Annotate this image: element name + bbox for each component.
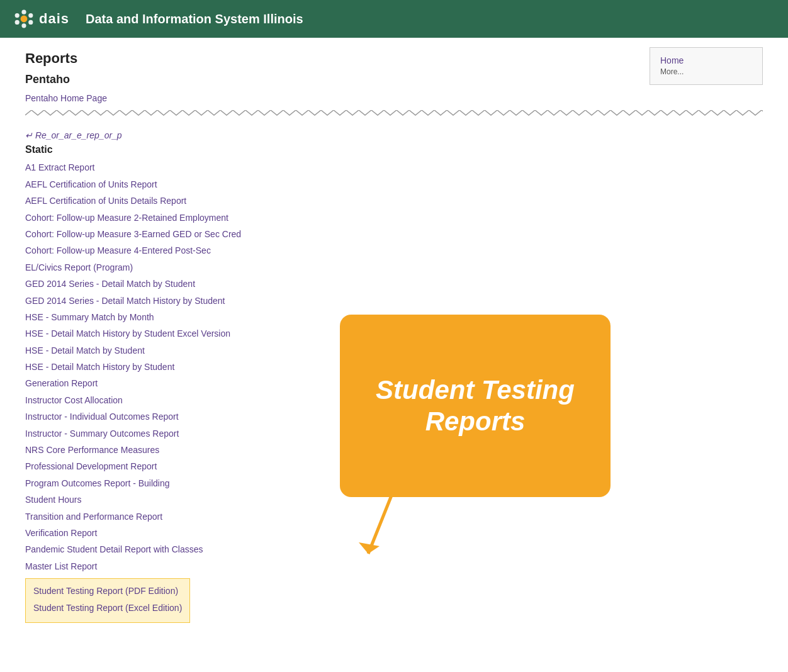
header-title: Data and Information System Illinois bbox=[86, 12, 303, 26]
more-nav-label: More... bbox=[660, 67, 684, 76]
reports-list: A1 Extract ReportAEFL Certification of U… bbox=[25, 160, 327, 573]
svg-point-1 bbox=[28, 13, 33, 18]
report-link[interactable]: Verification Report bbox=[25, 526, 327, 540]
report-link[interactable]: NRS Core Performance Measures bbox=[25, 443, 327, 457]
svg-point-5 bbox=[15, 13, 20, 18]
report-link[interactable]: Professional Development Report bbox=[25, 459, 327, 473]
highlighted-report-link[interactable]: Student Testing Report (PDF Edition) bbox=[33, 584, 182, 598]
report-link[interactable]: Cohort: Follow-up Measure 4-Entered Post… bbox=[25, 244, 327, 257]
logo-text: dais bbox=[39, 11, 69, 27]
highlighted-report-link[interactable]: Student Testing Report (Excel Edition) bbox=[33, 601, 182, 615]
report-link[interactable]: Cohort: Follow-up Measure 3-Earned GED o… bbox=[25, 227, 327, 241]
highlighted-links-box: Student Testing Report (PDF Edition)Stud… bbox=[25, 578, 190, 623]
report-link[interactable]: GED 2014 Series - Detail Match by Studen… bbox=[25, 277, 327, 291]
static-label: Static bbox=[25, 144, 763, 155]
zigzag-divider bbox=[25, 110, 763, 120]
report-link[interactable]: AEFL Certification of Units Details Repo… bbox=[25, 194, 327, 208]
main-content: Reports Pentaho Pentaho Home Page ↵ Re_o… bbox=[0, 38, 788, 636]
report-link[interactable]: HSE - Detail Match by Student bbox=[25, 344, 327, 357]
report-link[interactable]: Transition and Performance Report bbox=[25, 510, 327, 524]
arrow-container bbox=[356, 491, 431, 566]
report-link[interactable]: HSE - Detail Match History by Student bbox=[25, 360, 327, 374]
report-link[interactable]: Instructor - Individual Outcomes Report bbox=[25, 410, 327, 423]
svg-point-6 bbox=[21, 16, 28, 23]
svg-line-7 bbox=[368, 491, 393, 554]
header: dais Data and Information System Illinoi… bbox=[0, 0, 788, 38]
report-link[interactable]: HSE - Summary Match by Month bbox=[25, 310, 327, 324]
report-link[interactable]: Student Hours bbox=[25, 493, 327, 507]
svg-point-4 bbox=[15, 20, 20, 25]
pentaho-home-link[interactable]: Pentaho Home Page bbox=[25, 91, 763, 105]
callout-text: Student Testing Reports bbox=[340, 362, 611, 451]
subsection-link[interactable]: ↵ Re_or_ar_e_rep_or_p bbox=[25, 130, 763, 140]
callout-box: Student Testing Reports bbox=[340, 315, 611, 497]
report-link[interactable]: Generation Report bbox=[25, 376, 327, 390]
report-link[interactable]: A1 Extract Report bbox=[25, 160, 327, 174]
report-link[interactable]: Master List Report bbox=[25, 559, 327, 573]
report-link[interactable]: EL/Civics Report (Program) bbox=[25, 260, 327, 274]
report-link[interactable]: Cohort: Follow-up Measure 2-Retained Emp… bbox=[25, 211, 327, 225]
top-nav-panel: Home More... bbox=[650, 47, 763, 85]
report-link[interactable]: Instructor - Summary Outcomes Report bbox=[25, 427, 327, 440]
logo: dais bbox=[13, 8, 69, 30]
svg-point-0 bbox=[21, 10, 26, 14]
report-link[interactable]: Pandemic Student Detail Report with Clas… bbox=[25, 542, 327, 556]
svg-point-3 bbox=[21, 23, 26, 28]
svg-point-2 bbox=[28, 20, 33, 25]
daisi-logo-icon bbox=[13, 8, 35, 30]
svg-marker-8 bbox=[359, 542, 380, 554]
report-link[interactable]: AEFL Certification of Units Report bbox=[25, 177, 327, 191]
home-link[interactable]: Home bbox=[660, 55, 752, 65]
report-link[interactable]: GED 2014 Series - Detail Match History b… bbox=[25, 294, 327, 308]
report-link[interactable]: Instructor Cost Allocation bbox=[25, 393, 327, 407]
arrow-icon bbox=[356, 491, 431, 573]
report-link[interactable]: HSE - Detail Match History by Student Ex… bbox=[25, 327, 327, 340]
report-link[interactable]: Program Outcomes Report - Building bbox=[25, 476, 327, 490]
